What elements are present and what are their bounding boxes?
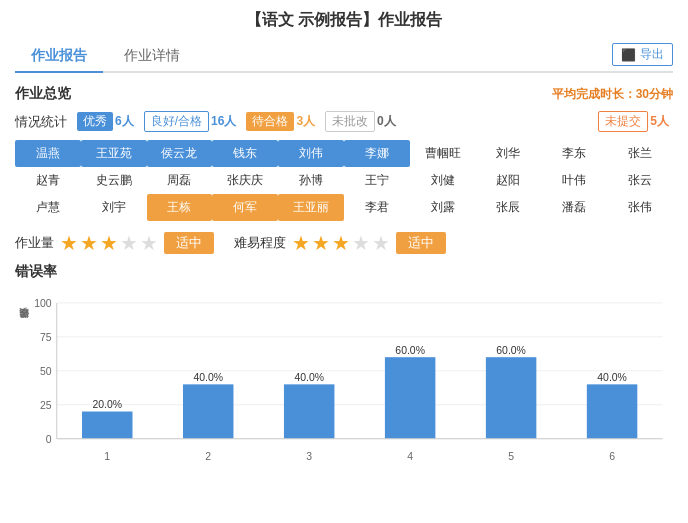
bar-label: 60.0% <box>395 345 425 356</box>
badge-good: 良好/合格 16人 <box>144 111 237 132</box>
names-table: 温燕王亚苑侯云龙钱东刘伟李娜曹帼旺刘华李东张兰赵青史云鹏周磊张庆庆孙博王宁刘健赵… <box>15 140 673 221</box>
chart-bar <box>385 357 435 438</box>
badge-unsubmitted-tag: 未提交 <box>598 111 648 132</box>
name-cell: 刘健 <box>410 167 476 194</box>
x-axis-label: 5 <box>508 451 514 462</box>
name-cell: 王亚苑 <box>81 140 147 167</box>
name-cell: 刘华 <box>476 140 542 167</box>
bar-label: 40.0% <box>193 372 223 383</box>
name-cell: 王宁 <box>344 167 410 194</box>
x-axis-label: 3 <box>306 451 312 462</box>
bar-label: 20.0% <box>92 399 122 410</box>
star-empty-icon: ★ <box>372 231 390 255</box>
name-cell: 张兰 <box>607 140 673 167</box>
x-axis-label: 6 <box>609 451 615 462</box>
name-cell: 温燕 <box>15 140 81 167</box>
badge-good-tag: 良好/合格 <box>144 111 209 132</box>
chart-bar <box>183 384 233 438</box>
chart-svg: 025507510020.0%140.0%240.0%360.0%460.0%5… <box>15 286 673 466</box>
badge-unreviewed-tag: 未批改 <box>325 111 375 132</box>
name-cell: 张伟 <box>607 194 673 221</box>
name-cell: 曹帼旺 <box>410 140 476 167</box>
x-axis-label: 4 <box>407 451 413 462</box>
name-cell: 刘伟 <box>278 140 344 167</box>
badge-unreviewed-count: 0人 <box>377 113 396 130</box>
name-cell: 侯云龙 <box>147 140 213 167</box>
chart-bar <box>82 412 132 439</box>
star-filled-icon: ★ <box>100 231 118 255</box>
badge-excellent-tag: 优秀 <box>77 112 113 131</box>
metrics-row: 作业量 ★★★★★ 适中 难易程度 ★★★★★ 适中 <box>15 231 673 255</box>
badge-excellent: 优秀 6人 <box>77 112 134 131</box>
status-label: 情况统计 <box>15 113 67 131</box>
workload-metric: 作业量 ★★★★★ 适中 <box>15 231 214 255</box>
avg-time: 平均完成时长：30分钟 <box>552 86 673 103</box>
star-empty-icon: ★ <box>140 231 158 255</box>
name-cell: 赵阳 <box>476 167 542 194</box>
chart-bar <box>284 384 334 438</box>
name-cell: 王亚丽 <box>278 194 344 221</box>
name-cell: 刘宇 <box>81 194 147 221</box>
chart-container: 各题错误率 025507510020.0%140.0%240.0%360.0%4… <box>15 286 673 466</box>
name-cell: 刘露 <box>410 194 476 221</box>
chart-bar <box>587 384 637 438</box>
name-cell: 李东 <box>541 140 607 167</box>
bar-label: 60.0% <box>496 345 526 356</box>
badge-good-count: 16人 <box>211 113 236 130</box>
tab-homework-report[interactable]: 作业报告 <box>15 41 103 73</box>
chart-bar <box>486 357 536 438</box>
star-filled-icon: ★ <box>60 231 78 255</box>
table-row: 温燕王亚苑侯云龙钱东刘伟李娜曹帼旺刘华李东张兰 <box>15 140 673 167</box>
svg-text:0: 0 <box>46 434 52 445</box>
x-axis-label: 2 <box>205 451 211 462</box>
workload-level: 适中 <box>164 232 214 254</box>
star-filled-icon: ★ <box>312 231 330 255</box>
name-cell: 李娜 <box>344 140 410 167</box>
badge-excellent-count: 6人 <box>115 113 134 130</box>
name-cell: 周磊 <box>147 167 213 194</box>
name-cell: 潘磊 <box>541 194 607 221</box>
overview-header: 作业总览 平均完成时长：30分钟 <box>15 85 673 103</box>
difficulty-level: 适中 <box>396 232 446 254</box>
export-icon: ⬛ <box>621 48 636 62</box>
badge-unsubmitted-count: 5人 <box>650 113 669 130</box>
workload-stars: ★★★★★ <box>60 231 158 255</box>
export-button[interactable]: ⬛ 导出 <box>612 43 673 66</box>
difficulty-stars: ★★★★★ <box>292 231 390 255</box>
name-cell: 张庆庆 <box>212 167 278 194</box>
name-cell: 钱东 <box>212 140 278 167</box>
difficulty-label: 难易程度 <box>234 234 286 252</box>
workload-label: 作业量 <box>15 234 54 252</box>
svg-text:100: 100 <box>34 298 52 309</box>
page-container: 【语文 示例报告】作业报告 作业报告 作业详情 ⬛ 导出 作业总览 平均完成时长… <box>0 0 688 476</box>
badge-unsubmitted: 未提交 5人 <box>598 111 669 132</box>
star-empty-icon: ★ <box>352 231 370 255</box>
name-cell: 李君 <box>344 194 410 221</box>
name-cell: 张云 <box>607 167 673 194</box>
badge-pending-count: 3人 <box>296 113 315 130</box>
badge-pending: 待合格 3人 <box>246 112 315 131</box>
name-cell: 王栋 <box>147 194 213 221</box>
name-cell: 卢慧 <box>15 194 81 221</box>
svg-text:50: 50 <box>40 366 52 377</box>
name-cell: 叶伟 <box>541 167 607 194</box>
star-empty-icon: ★ <box>120 231 138 255</box>
star-filled-icon: ★ <box>292 231 310 255</box>
table-row: 卢慧刘宇王栋何军王亚丽李君刘露张辰潘磊张伟 <box>15 194 673 221</box>
badge-pending-tag: 待合格 <box>246 112 294 131</box>
name-cell: 赵青 <box>15 167 81 194</box>
avg-time-value: 30分钟 <box>636 87 673 101</box>
bar-label: 40.0% <box>597 372 627 383</box>
page-title: 【语文 示例报告】作业报告 <box>15 10 673 31</box>
svg-text:25: 25 <box>40 400 52 411</box>
difficulty-metric: 难易程度 ★★★★★ 适中 <box>234 231 446 255</box>
svg-text:75: 75 <box>40 332 52 343</box>
tab-homework-detail[interactable]: 作业详情 <box>108 41 196 73</box>
name-cell: 何军 <box>212 194 278 221</box>
overview-title: 作业总览 <box>15 85 71 103</box>
name-cell: 孙博 <box>278 167 344 194</box>
error-rate-title: 错误率 <box>15 263 673 281</box>
star-filled-icon: ★ <box>80 231 98 255</box>
status-row: 情况统计 优秀 6人 良好/合格 16人 待合格 3人 未批改 0人 未提交 5… <box>15 111 673 132</box>
star-filled-icon: ★ <box>332 231 350 255</box>
